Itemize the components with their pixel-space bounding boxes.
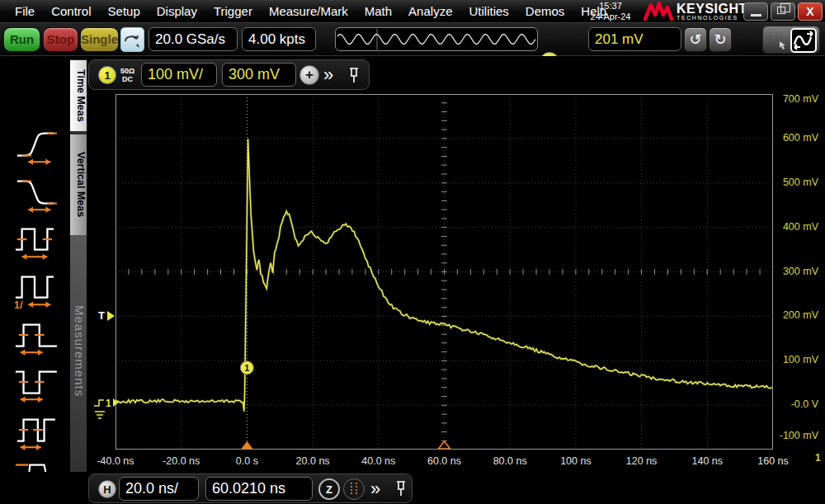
title-bar: FileControlSetupDisplayTriggerMeasure/Ma…	[0, 0, 825, 23]
menu-item-utilities[interactable]: Utilities	[460, 0, 516, 23]
pin-icon[interactable]	[394, 480, 408, 498]
clock: 15:37 24-Apr-24	[578, 1, 644, 22]
svg-text:1/: 1/	[14, 299, 23, 310]
undo-button[interactable]: ↺	[684, 27, 707, 52]
menu-item-setup[interactable]: Setup	[100, 0, 148, 23]
channel-1-badge[interactable]: 1	[98, 66, 116, 84]
vertical-scale-box[interactable]: 100 mV/	[141, 63, 217, 87]
y-axis-label: 300 mV	[771, 266, 818, 277]
brand-name: KEYSIGHT	[676, 2, 747, 15]
pin-icon[interactable]	[347, 67, 361, 85]
trigger-level-marker[interactable]: T	[98, 309, 105, 322]
x-axis-label: -40.0 ns	[87, 455, 144, 467]
coupling-label: DC	[120, 75, 134, 83]
restore-icon	[777, 7, 785, 14]
measurement-icon-column: 1/	[0, 59, 70, 504]
acquisition-toolbar: Run Stop Single 20.0 GSa/s 4.00 kpts T 2…	[0, 23, 825, 56]
waveform-graticule[interactable]: 1	[116, 94, 773, 450]
zoom-mode-button[interactable]: Z	[318, 478, 340, 500]
negative-pulse-width-measurement-icon[interactable]	[4, 363, 65, 404]
right-edge-channel-badge: 1	[815, 452, 821, 464]
keysight-logo: KEYSIGHT TECHNOLOGIES	[644, 0, 747, 23]
channel-1-group: 1 50Ω DC 100 mV/ 300 mV + »	[88, 59, 370, 90]
brand-subtitle: TECHNOLOGIES	[676, 15, 747, 21]
run-button[interactable]: Run	[3, 27, 40, 52]
timebase-position-indicator[interactable]	[335, 27, 538, 51]
sine-preview-icon	[336, 28, 537, 50]
touch-gesture-icon	[121, 28, 144, 51]
autoscale-button[interactable]	[790, 28, 817, 53]
positive-pulse-width-measurement-icon[interactable]	[4, 316, 65, 357]
memory-depth-box[interactable]: 4.00 kpts	[242, 27, 316, 51]
duty-cycle-measurement-icon[interactable]	[4, 411, 65, 452]
stop-button[interactable]: Stop	[43, 27, 78, 52]
x-axis-label: 100 ns	[547, 455, 605, 467]
horizontal-group: H 20.0 ns/ 60.0210 ns Z »	[88, 473, 412, 503]
menu-item-trigger[interactable]: Trigger	[205, 0, 261, 23]
vertical-offset-box[interactable]: 300 mV	[222, 63, 296, 87]
minimize-icon	[751, 14, 761, 16]
markers-icon	[344, 479, 364, 499]
sample-rate-box[interactable]: 20.0 GSa/s	[148, 27, 238, 51]
x-axis-label: 0.0 s	[218, 455, 276, 467]
menu-item-file[interactable]: File	[7, 0, 43, 23]
frequency-measurement-icon[interactable]: 1/	[4, 269, 65, 310]
svg-text:1: 1	[106, 398, 111, 409]
y-axis-label: 200 mV	[771, 309, 818, 321]
x-axis-label: 40.0 ns	[350, 455, 408, 467]
menu-item-control[interactable]: Control	[43, 0, 99, 23]
right-tool-group	[762, 26, 820, 54]
channel-1-ground-marker[interactable]: 1	[92, 391, 120, 421]
y-axis-label: -100 mV	[771, 430, 818, 441]
horizontal-badge[interactable]: H	[98, 480, 116, 498]
add-channel-button[interactable]: +	[299, 65, 319, 85]
channel-coupling[interactable]: 50Ω DC	[120, 67, 134, 83]
rise-time-measurement-icon[interactable]	[4, 125, 65, 167]
x-axis-label: 20.0 ns	[284, 455, 342, 467]
horizontal-position-box[interactable]: 60.0210 ns	[205, 477, 313, 501]
oscilloscope-application: { "titlebar": { "menu_items": ["File","C…	[0, 0, 825, 504]
x-axis-label: 160 ns	[744, 455, 802, 467]
touch-draw-button[interactable]	[120, 27, 144, 52]
channel-more-chevrons[interactable]: »	[323, 63, 333, 87]
fall-time-measurement-icon[interactable]	[4, 173, 65, 214]
keysight-spark-icon	[644, 1, 673, 22]
clock-date: 24-Apr-24	[578, 12, 644, 22]
trigger-level-box[interactable]: 201 mV	[588, 27, 681, 51]
minimize-button[interactable]	[743, 2, 768, 21]
x-axis-label: -20.0 ns	[153, 455, 210, 467]
drag-waveform-icon[interactable]	[766, 30, 790, 51]
menu-item-math[interactable]: Math	[356, 0, 400, 23]
y-axis-label: 600 mV	[771, 132, 818, 144]
x-axis-label: 140 ns	[678, 455, 736, 467]
x-axis-label: 120 ns	[613, 455, 671, 467]
menu-item-demos[interactable]: Demos	[517, 0, 573, 23]
waveform-arrows-icon	[792, 30, 815, 51]
restore-button[interactable]	[771, 2, 795, 21]
period-measurement-icon[interactable]	[4, 221, 65, 262]
menu-bar: FileControlSetupDisplayTriggerMeasure/Ma…	[0, 0, 615, 22]
y-axis-label: -0.0 V	[771, 398, 818, 410]
tab-vertical-meas[interactable]: Vertical Meas	[70, 134, 87, 235]
channel-bar: 1 50Ω DC 100 mV/ 300 mV + »	[0, 56, 825, 92]
tab-time-meas[interactable]: Time Meas	[70, 60, 87, 131]
markers-button[interactable]	[343, 478, 365, 500]
trigger-level-arrow-icon	[107, 311, 115, 321]
timebase-box[interactable]: 20.0 ns/	[119, 477, 199, 501]
redo-button[interactable]: ↻	[709, 27, 732, 52]
impedance-label: 50Ω	[120, 67, 134, 75]
svg-text:1: 1	[244, 363, 249, 373]
menu-item-analyze[interactable]: Analyze	[400, 0, 460, 23]
single-button[interactable]: Single	[80, 27, 119, 52]
horizontal-bar: H 20.0 ns/ 60.0210 ns Z »	[0, 472, 825, 504]
y-axis-label: 500 mV	[771, 177, 818, 188]
close-button[interactable]: X	[798, 2, 823, 21]
y-axis-label: 700 mV	[771, 93, 818, 105]
clock-time: 15:37	[578, 1, 644, 12]
menu-item-measure-mark[interactable]: Measure/Mark	[261, 0, 356, 23]
y-axis-label: 100 mV	[771, 354, 818, 365]
x-axis-label: 80.0 ns	[481, 455, 539, 467]
menu-item-display[interactable]: Display	[148, 0, 205, 23]
horizontal-more-chevrons[interactable]: »	[370, 477, 380, 502]
x-axis-label: 60.0 ns	[416, 455, 474, 467]
